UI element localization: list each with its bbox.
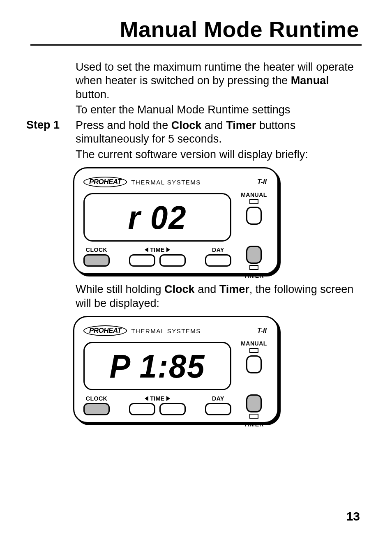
lcd-display-1: r 02: [83, 193, 231, 242]
clock-button[interactable]: [83, 254, 110, 267]
timer-bold: Timer: [226, 119, 256, 131]
timer-button[interactable]: [246, 394, 262, 412]
text: button.: [76, 88, 110, 101]
day-label: DAY: [205, 246, 231, 253]
clock-label: CLOCK: [83, 395, 110, 402]
time-up-button[interactable]: [159, 254, 186, 267]
manual-bold: Manual: [291, 74, 329, 87]
time-down-button[interactable]: [129, 254, 155, 267]
clock-bold: Clock: [171, 119, 202, 131]
manual-led: [249, 348, 258, 353]
manual-button[interactable]: [246, 207, 262, 225]
timer-bold: Timer: [219, 283, 249, 295]
timer-led: [249, 265, 258, 270]
title-rule: [30, 44, 362, 46]
thermal-systems-label: THERMAL SYSTEMS: [131, 327, 201, 334]
step-1-followup: The current software version will displa…: [76, 148, 359, 161]
intro-line2: To enter the Manual Mode Runtime setting…: [76, 103, 359, 117]
manual-led: [249, 199, 258, 204]
timer-label: TIMER: [240, 421, 268, 428]
page-title: Manual Mode Runtime: [30, 16, 362, 44]
text: TIME: [150, 246, 164, 253]
right-arrow-icon: [166, 247, 170, 252]
step-1-label: Step 1: [26, 119, 60, 131]
device-panel-2: PROHEAT THERMAL SYSTEMS T-II MANUAL P 1:…: [73, 316, 279, 423]
text: and: [201, 119, 226, 131]
manual-button[interactable]: [246, 355, 262, 373]
model-label: T-II: [257, 178, 267, 186]
clock-button[interactable]: [83, 403, 110, 415]
timer-label: TIMER: [240, 272, 268, 279]
model-label: T-II: [257, 327, 267, 334]
mid-paragraph: While still holding Clock and Timer, the…: [76, 283, 359, 310]
manual-label: MANUAL: [240, 340, 268, 347]
lcd-display-2: P 1:85: [83, 342, 231, 390]
left-arrow-icon: [145, 396, 148, 401]
timer-button[interactable]: [246, 246, 262, 264]
time-label: TIME: [129, 246, 186, 253]
intro-paragraph: Used to set the maximum runtime the heat…: [76, 60, 359, 101]
text: Press and hold the: [76, 119, 171, 131]
right-arrow-icon: [166, 396, 170, 401]
text: While still holding: [76, 283, 164, 295]
day-button[interactable]: [205, 254, 231, 267]
day-button[interactable]: [205, 403, 231, 415]
proheat-logo: PROHEAT: [83, 177, 127, 187]
proheat-logo: PROHEAT: [83, 325, 127, 336]
text: and: [195, 283, 219, 295]
text: TIME: [150, 395, 164, 402]
time-down-button[interactable]: [129, 403, 155, 415]
left-arrow-icon: [145, 247, 148, 252]
device-panel-1: PROHEAT THERMAL SYSTEMS T-II MANUAL r 02…: [73, 167, 279, 274]
lcd-text-2: P 1:85: [109, 348, 205, 385]
thermal-systems-label: THERMAL SYSTEMS: [131, 179, 201, 186]
clock-label: CLOCK: [83, 246, 110, 253]
timer-led: [249, 414, 258, 419]
step-1-text: Press and hold the Clock and Timer butto…: [76, 119, 359, 146]
manual-label: MANUAL: [240, 191, 268, 198]
time-label: TIME: [129, 395, 186, 402]
time-up-button[interactable]: [159, 403, 186, 415]
clock-bold: Clock: [164, 283, 195, 295]
day-label: DAY: [205, 395, 231, 402]
lcd-text-1: r 02: [128, 199, 187, 236]
page-number: 13: [346, 509, 360, 523]
